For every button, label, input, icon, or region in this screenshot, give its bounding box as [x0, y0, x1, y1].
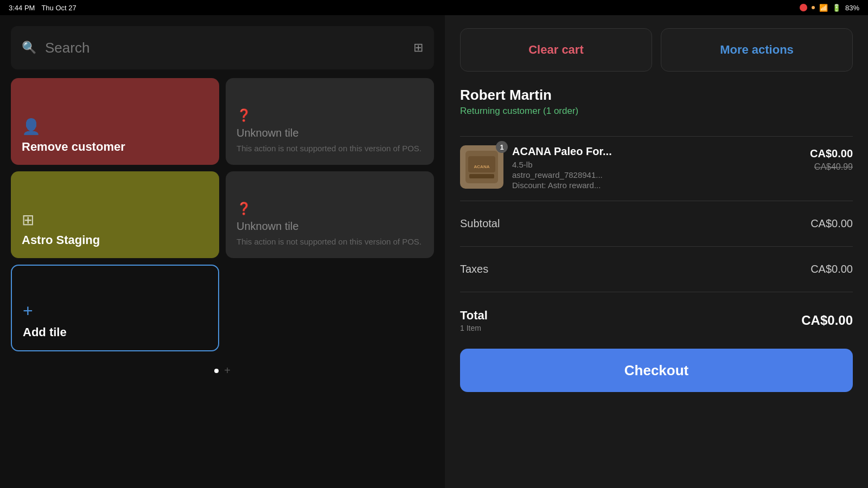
svg-rect-4 [469, 174, 494, 178]
divider-2 [460, 201, 853, 201]
cart-item-details: ACANA Paleo For... 4.5-lb astro_reward_7… [512, 145, 801, 190]
cart-item-image: ACANA [460, 145, 503, 189]
location-dot [812, 6, 815, 9]
subtotal-label: Subtotal [460, 217, 500, 230]
add-icon: + [23, 301, 207, 321]
astro-icon: ⊞ [22, 211, 208, 229]
taxes-label: Taxes [460, 263, 488, 275]
total-items: 1 Item [460, 324, 488, 332]
battery-percentage: 83% [845, 4, 859, 12]
status-bar: 3:44 PM Thu Oct 27 📶 🔋 83% [0, 0, 868, 15]
wifi-icon: 📶 [819, 4, 828, 12]
tile-add[interactable]: + Add tile [11, 265, 219, 351]
tiles-grid: 👤 Remove customer ❓ Unknown tile This ac… [11, 78, 434, 351]
clear-cart-button[interactable]: Clear cart [460, 28, 652, 72]
tile-remove-customer-label: Remove customer [22, 140, 208, 154]
more-actions-button[interactable]: More actions [661, 28, 853, 72]
grid-icon: ⊞ [413, 41, 423, 55]
tile-unknown-2-desc: This action is not supported on this ver… [237, 236, 423, 247]
tile-unknown-1-label: Unknown tile [237, 127, 423, 139]
tile-unknown-2-label: Unknown tile [237, 220, 423, 233]
pagination-add[interactable]: + [224, 364, 231, 377]
total-value: CA$0.00 [801, 313, 853, 328]
tile-astro-staging[interactable]: ⊞ Astro Staging [11, 171, 219, 258]
question-icon-2: ❓ [237, 202, 423, 216]
tile-unknown-2: ❓ Unknown tile This action is not suppor… [226, 171, 434, 258]
divider-1 [460, 136, 853, 137]
product-image-svg: ACANA [463, 148, 501, 186]
battery-icon: 🔋 [832, 4, 841, 12]
question-icon-1: ❓ [237, 108, 423, 123]
checkout-button[interactable]: Checkout [460, 349, 853, 392]
customer-name: Robert Martin [460, 87, 853, 104]
status-date: Thu Oct 27 [41, 4, 76, 12]
left-panel: 🔍 ⊞ 👤 Remove customer ❓ Unknown tile Thi… [0, 15, 445, 488]
taxes-row: Taxes CA$0.00 [460, 255, 853, 283]
cart-item-prices: CA$0.00 CA$40.99 [810, 145, 853, 172]
right-panel: Clear cart More actions Robert Martin Re… [445, 15, 868, 488]
taxes-value: CA$0.00 [810, 263, 853, 275]
search-icon: 🔍 [22, 41, 36, 55]
customer-section: Robert Martin Returning customer (1 orde… [460, 87, 853, 117]
tile-unknown-1: ❓ Unknown tile This action is not suppor… [226, 78, 434, 165]
cart-item-name: ACANA Paleo For... [512, 145, 801, 158]
cart-item-image-wrap: ACANA 1 [460, 145, 503, 189]
cart-item-discount: Discount: Astro reward... [512, 181, 801, 190]
total-label-wrap: Total 1 Item [460, 309, 488, 332]
divider-4 [460, 292, 853, 292]
pagination: + [11, 364, 434, 377]
search-input[interactable] [45, 40, 405, 56]
tile-astro-staging-label: Astro Staging [22, 233, 208, 247]
tile-unknown-1-desc: This action is not supported on this ver… [237, 143, 423, 154]
subtotal-value: CA$0.00 [810, 217, 853, 230]
cart-item-sku: astro_reward_7828941... [512, 170, 801, 179]
cart-item-variant: 4.5-lb [512, 160, 801, 169]
cart-item-qty-badge: 1 [496, 141, 508, 153]
price-original: CA$40.99 [814, 162, 853, 172]
record-indicator [800, 4, 807, 11]
status-time: 3:44 PM [9, 4, 35, 12]
divider-3 [460, 246, 853, 247]
customer-status: Returning customer (1 order) [460, 106, 853, 117]
person-icon: 👤 [22, 118, 208, 136]
top-buttons: Clear cart More actions [460, 28, 853, 72]
subtotal-row: Subtotal CA$0.00 [460, 210, 853, 237]
tile-remove-customer[interactable]: 👤 Remove customer [11, 78, 219, 165]
svg-text:ACANA: ACANA [474, 164, 490, 169]
cart-item[interactable]: ACANA 1 ACANA Paleo For... 4.5-lb astro_… [460, 145, 853, 190]
price-current: CA$0.00 [810, 147, 853, 160]
total-label: Total [460, 309, 488, 323]
pagination-dot-active [214, 369, 219, 373]
total-row: Total 1 Item CA$0.00 [460, 301, 853, 340]
tile-add-label: Add tile [23, 325, 207, 339]
main-layout: 🔍 ⊞ 👤 Remove customer ❓ Unknown tile Thi… [0, 15, 868, 488]
search-bar[interactable]: 🔍 ⊞ [11, 26, 434, 69]
